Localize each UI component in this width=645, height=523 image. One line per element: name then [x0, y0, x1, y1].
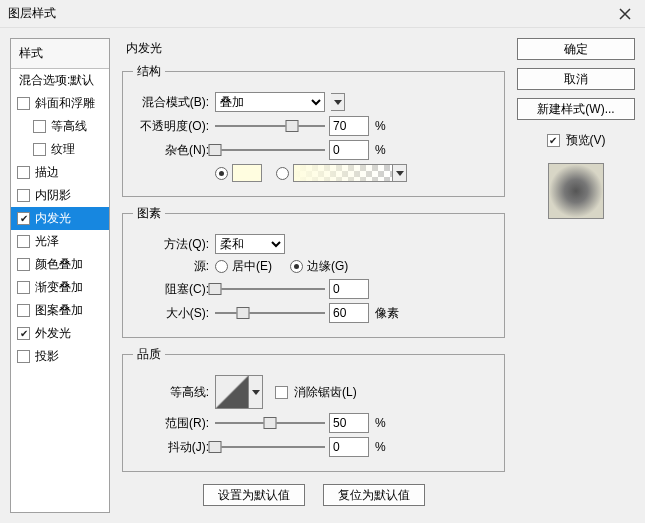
chevron-down-icon: [334, 100, 342, 105]
method-select[interactable]: 柔和: [215, 234, 285, 254]
blend-mode-select[interactable]: 叠加: [215, 92, 325, 112]
window-title: 图层样式: [8, 5, 613, 22]
source-edge-radio[interactable]: [290, 260, 303, 273]
sidebar-item-checkbox[interactable]: [17, 350, 30, 363]
sidebar-header: 样式: [11, 39, 109, 69]
styles-sidebar: 样式 混合选项:默认 斜面和浮雕等高线纹理描边内阴影内发光光泽颜色叠加渐变叠加图…: [10, 38, 110, 513]
group-elements-legend: 图素: [133, 205, 165, 222]
sidebar-item-checkbox[interactable]: [17, 327, 30, 340]
choke-input[interactable]: [329, 279, 369, 299]
sidebar-item-8[interactable]: 渐变叠加: [11, 276, 109, 299]
glow-color-swatch[interactable]: [232, 164, 262, 182]
sidebar-item-9[interactable]: 图案叠加: [11, 299, 109, 322]
method-label: 方法(Q):: [133, 236, 215, 253]
choke-label: 阻塞(C):: [133, 281, 215, 298]
sidebar-item-label: 内发光: [35, 210, 71, 227]
sidebar-item-label: 纹理: [51, 141, 75, 158]
range-input[interactable]: [329, 413, 369, 433]
sidebar-item-checkbox[interactable]: [33, 120, 46, 133]
new-style-button[interactable]: 新建样式(W)...: [517, 98, 635, 120]
ok-button[interactable]: 确定: [517, 38, 635, 60]
size-slider[interactable]: [215, 305, 325, 321]
contour-dropdown[interactable]: [249, 375, 263, 409]
set-default-button[interactable]: 设置为默认值: [203, 484, 305, 506]
sidebar-item-3[interactable]: 描边: [11, 161, 109, 184]
jitter-label: 抖动(J):: [133, 439, 215, 456]
contour-swatch[interactable]: [215, 375, 249, 409]
antialias-label: 消除锯齿(L): [294, 384, 357, 401]
source-center-radio[interactable]: [215, 260, 228, 273]
choke-slider[interactable]: [215, 281, 325, 297]
preview-checkbox[interactable]: [547, 134, 560, 147]
size-unit: 像素: [375, 305, 399, 322]
sidebar-item-2[interactable]: 纹理: [11, 138, 109, 161]
sidebar-item-1[interactable]: 等高线: [11, 115, 109, 138]
jitter-slider[interactable]: [215, 439, 325, 455]
sidebar-item-checkbox[interactable]: [17, 281, 30, 294]
sidebar-item-checkbox[interactable]: [17, 189, 30, 202]
source-edge-label: 边缘(G): [307, 258, 348, 275]
source-center-label: 居中(E): [232, 258, 272, 275]
sidebar-item-checkbox[interactable]: [17, 212, 30, 225]
glow-gradient-swatch[interactable]: [293, 164, 393, 182]
size-label: 大小(S):: [133, 305, 215, 322]
cancel-button[interactable]: 取消: [517, 68, 635, 90]
sidebar-item-4[interactable]: 内阴影: [11, 184, 109, 207]
sidebar-item-label: 内阴影: [35, 187, 71, 204]
group-quality-legend: 品质: [133, 346, 165, 363]
chevron-down-icon: [396, 171, 404, 176]
range-label: 范围(R):: [133, 415, 215, 432]
sidebar-item-label: 斜面和浮雕: [35, 95, 95, 112]
sidebar-item-5[interactable]: 内发光: [11, 207, 109, 230]
blend-mode-extra-dropdown[interactable]: [331, 93, 345, 111]
sidebar-item-label: 投影: [35, 348, 59, 365]
blend-options-item[interactable]: 混合选项:默认: [11, 69, 109, 92]
preview-thumbnail: [548, 163, 604, 219]
noise-input[interactable]: [329, 140, 369, 160]
close-button[interactable]: [613, 2, 637, 26]
source-label: 源:: [133, 258, 215, 275]
sidebar-item-0[interactable]: 斜面和浮雕: [11, 92, 109, 115]
reset-default-button[interactable]: 复位为默认值: [323, 484, 425, 506]
sidebar-item-11[interactable]: 投影: [11, 345, 109, 368]
sidebar-item-checkbox[interactable]: [17, 235, 30, 248]
sidebar-item-7[interactable]: 颜色叠加: [11, 253, 109, 276]
blend-mode-label: 混合模式(B):: [133, 94, 215, 111]
chevron-down-icon: [252, 390, 260, 395]
antialias-checkbox[interactable]: [275, 386, 288, 399]
sidebar-item-label: 颜色叠加: [35, 256, 83, 273]
color-gradient-radio[interactable]: [276, 167, 289, 180]
opacity-unit: %: [375, 119, 386, 133]
group-structure: 结构 混合模式(B): 叠加 不透明度(O): % 杂色(N): %: [122, 63, 505, 197]
sidebar-item-checkbox[interactable]: [17, 304, 30, 317]
sidebar-item-6[interactable]: 光泽: [11, 230, 109, 253]
sidebar-item-label: 描边: [35, 164, 59, 181]
sidebar-item-label: 渐变叠加: [35, 279, 83, 296]
group-quality: 品质 等高线: 消除锯齿(L) 范围(R): % 抖动(J): %: [122, 346, 505, 472]
close-icon: [619, 8, 631, 20]
sidebar-item-label: 等高线: [51, 118, 87, 135]
sidebar-item-checkbox[interactable]: [17, 166, 30, 179]
panel-title: 内发光: [122, 38, 505, 63]
opacity-input[interactable]: [329, 116, 369, 136]
sidebar-item-label: 外发光: [35, 325, 71, 342]
range-slider[interactable]: [215, 415, 325, 431]
opacity-label: 不透明度(O):: [133, 118, 215, 135]
opacity-slider[interactable]: [215, 118, 325, 134]
sidebar-item-10[interactable]: 外发光: [11, 322, 109, 345]
range-unit: %: [375, 416, 386, 430]
preview-label: 预览(V): [566, 132, 606, 149]
sidebar-item-checkbox[interactable]: [17, 97, 30, 110]
gradient-dropdown[interactable]: [393, 164, 407, 182]
color-solid-radio[interactable]: [215, 167, 228, 180]
size-input[interactable]: [329, 303, 369, 323]
sidebar-item-label: 图案叠加: [35, 302, 83, 319]
jitter-unit: %: [375, 440, 386, 454]
sidebar-item-checkbox[interactable]: [33, 143, 46, 156]
jitter-input[interactable]: [329, 437, 369, 457]
group-elements: 图素 方法(Q): 柔和 源: 居中(E) 边缘(G) 阻塞(C): 大小(S)…: [122, 205, 505, 338]
noise-slider[interactable]: [215, 142, 325, 158]
sidebar-item-label: 光泽: [35, 233, 59, 250]
sidebar-item-checkbox[interactable]: [17, 258, 30, 271]
noise-unit: %: [375, 143, 386, 157]
